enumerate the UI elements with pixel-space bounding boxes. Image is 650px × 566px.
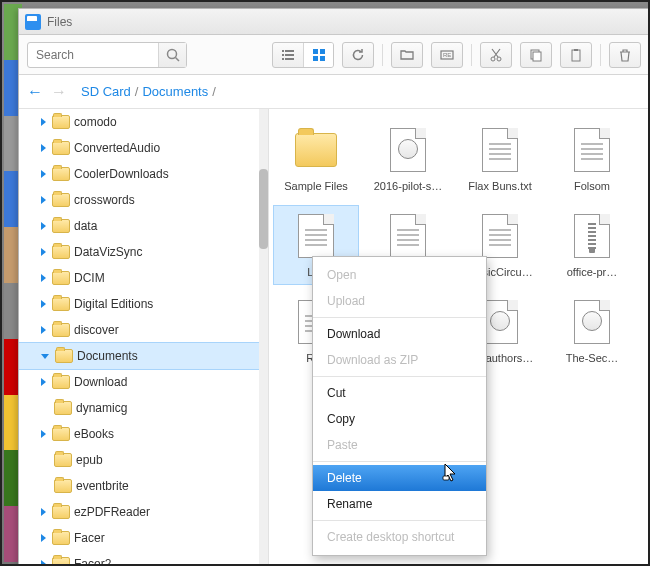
- tree-item[interactable]: DataVizSync: [19, 239, 268, 265]
- menu-separator: [313, 376, 486, 377]
- folder-icon: [52, 531, 70, 545]
- breadcrumb-part[interactable]: SD Card: [81, 84, 131, 99]
- tree-item[interactable]: data: [19, 213, 268, 239]
- menu-item[interactable]: Copy: [313, 406, 486, 432]
- copy-button[interactable]: [521, 43, 551, 67]
- menu-item[interactable]: Cut: [313, 380, 486, 406]
- caret-icon[interactable]: [41, 534, 46, 542]
- new-folder-button[interactable]: [392, 43, 422, 67]
- cut-button[interactable]: [481, 43, 511, 67]
- tree-item[interactable]: DCIM: [19, 265, 268, 291]
- tree-item[interactable]: crosswords: [19, 187, 268, 213]
- folder-icon: [52, 375, 70, 389]
- tree-item[interactable]: comodo: [19, 109, 268, 135]
- caret-icon[interactable]: [41, 430, 46, 438]
- tree-item[interactable]: Facer2: [19, 551, 268, 565]
- tree-item-label: eventbrite: [76, 479, 129, 493]
- breadcrumb: SD Card / Documents /: [81, 84, 216, 99]
- grid-item[interactable]: 人2016-pilot-s…: [365, 119, 451, 199]
- grid-item-label: Flax Buns.txt: [468, 180, 532, 192]
- nav-back-button[interactable]: ←: [27, 83, 43, 101]
- folder-icon: [54, 479, 72, 493]
- svg-rect-4: [282, 54, 284, 56]
- search-input[interactable]: [28, 48, 158, 62]
- svg-point-14: [491, 57, 495, 61]
- folder-icon: [52, 271, 70, 285]
- menu-item[interactable]: Delete: [313, 465, 486, 491]
- grid-item[interactable]: 人The-Sec…: [549, 291, 635, 371]
- file-icon: [476, 212, 524, 260]
- tree-scrollbar-thumb[interactable]: [259, 169, 268, 249]
- grid-item-label: 2016-pilot-s…: [374, 180, 442, 192]
- zip-icon: [568, 212, 616, 260]
- tree-item[interactable]: eBooks: [19, 421, 268, 447]
- caret-icon[interactable]: [41, 326, 46, 334]
- caret-icon[interactable]: [41, 560, 46, 565]
- grid-item[interactable]: Folsom: [549, 119, 635, 199]
- folder-tree[interactable]: comodoConvertedAudioCoolerDownloadscross…: [19, 109, 269, 565]
- caret-icon[interactable]: [41, 354, 49, 359]
- grid-item[interactable]: Sample Files: [273, 119, 359, 199]
- breadcrumb-part[interactable]: Documents: [142, 84, 208, 99]
- tree-item[interactable]: discover: [19, 317, 268, 343]
- tree-item[interactable]: CoolerDownloads: [19, 161, 268, 187]
- context-menu: OpenUploadDownloadDownload as ZIPCutCopy…: [312, 256, 487, 556]
- caret-icon[interactable]: [41, 144, 46, 152]
- menu-item[interactable]: Download: [313, 321, 486, 347]
- refresh-button[interactable]: [343, 43, 373, 67]
- caret-icon[interactable]: [41, 118, 46, 126]
- tree-item-label: ConvertedAudio: [74, 141, 160, 155]
- tree-item-label: DCIM: [74, 271, 105, 285]
- breadcrumb-bar: ← → SD Card / Documents /: [19, 75, 649, 109]
- folder-icon: [52, 427, 70, 441]
- grid-item[interactable]: Flax Buns.txt: [457, 119, 543, 199]
- svg-rect-19: [574, 49, 578, 51]
- svg-line-1: [175, 57, 179, 61]
- delete-button[interactable]: [610, 43, 640, 67]
- caret-icon[interactable]: [41, 378, 46, 386]
- caret-icon[interactable]: [41, 300, 46, 308]
- caret-icon[interactable]: [41, 222, 46, 230]
- caret-icon[interactable]: [41, 170, 46, 178]
- tree-item[interactable]: Documents: [19, 343, 268, 369]
- folder-icon: [52, 167, 70, 181]
- tree-item[interactable]: epub: [19, 447, 268, 473]
- tree-item-label: discover: [74, 323, 119, 337]
- folder-icon: [52, 193, 70, 207]
- folder-icon: [52, 141, 70, 155]
- folder-icon: [52, 219, 70, 233]
- caret-icon[interactable]: [41, 196, 46, 204]
- tree-item[interactable]: Download: [19, 369, 268, 395]
- file-icon: [292, 212, 340, 260]
- toolbar: RE: [19, 35, 649, 75]
- menu-item: Open: [313, 262, 486, 288]
- file-icon: [476, 126, 524, 174]
- grid-item-label: Sample Files: [284, 180, 348, 192]
- caret-icon[interactable]: [41, 274, 46, 282]
- folder-icon: [54, 453, 72, 467]
- caret-icon[interactable]: [41, 248, 46, 256]
- paste-button[interactable]: [561, 43, 591, 67]
- view-grid-button[interactable]: [303, 43, 333, 67]
- tree-item-label: eBooks: [74, 427, 114, 441]
- tree-item-label: epub: [76, 453, 103, 467]
- tree-item[interactable]: Digital Editions: [19, 291, 268, 317]
- tree-item[interactable]: ConvertedAudio: [19, 135, 268, 161]
- folder-icon: [52, 323, 70, 337]
- caret-icon[interactable]: [41, 508, 46, 516]
- tree-item[interactable]: ezPDFReader: [19, 499, 268, 525]
- tree-item-label: comodo: [74, 115, 117, 129]
- grid-item[interactable]: office-pr…: [549, 205, 635, 285]
- menu-item[interactable]: Rename: [313, 491, 486, 517]
- menu-item: Paste: [313, 432, 486, 458]
- grid-item-label: office-pr…: [567, 266, 618, 278]
- nav-forward-button[interactable]: →: [51, 83, 67, 101]
- svg-point-15: [497, 57, 501, 61]
- search-button[interactable]: [158, 43, 186, 67]
- tree-item[interactable]: dynamicg: [19, 395, 268, 421]
- view-list-button[interactable]: [273, 43, 303, 67]
- file-icon: [384, 212, 432, 260]
- tree-item[interactable]: Facer: [19, 525, 268, 551]
- tree-item[interactable]: eventbrite: [19, 473, 268, 499]
- rename-button[interactable]: RE: [432, 43, 462, 67]
